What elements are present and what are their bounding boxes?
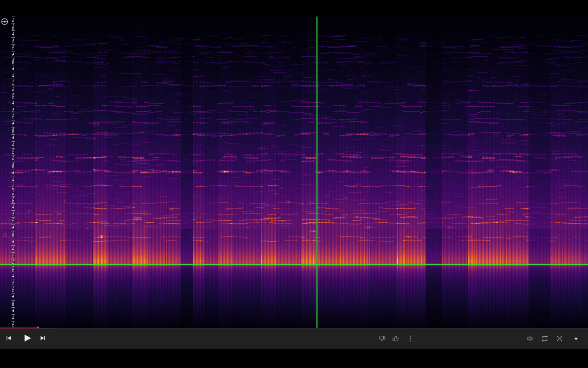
spectrogram-video-surface[interactable] — [0, 17, 588, 328]
collapse-player-button[interactable] — [572, 334, 580, 343]
volume-button[interactable] — [526, 334, 534, 343]
letterbox-top — [0, 0, 588, 17]
app-window: D₉BC₉A₈G₈EF₈D₈BC₈A₇G₇EF₇D₇BC₇A₆G₆EF₆D₆BC… — [0, 0, 588, 368]
previous-track-button[interactable] — [5, 334, 13, 342]
next-track-button[interactable] — [39, 334, 47, 342]
crosshair-horizontal-line — [0, 264, 588, 265]
compass-icon[interactable] — [1, 18, 8, 25]
repeat-button[interactable] — [541, 334, 549, 343]
shuffle-button[interactable] — [555, 334, 564, 343]
play-button[interactable] — [21, 332, 33, 344]
dislike-button[interactable] — [378, 334, 386, 343]
crosshair-vertical-line — [317, 17, 317, 328]
like-button[interactable] — [392, 334, 400, 343]
more-options-button[interactable] — [406, 334, 414, 343]
player-bar: 12:48 / 3:15:03 — [0, 328, 588, 349]
letterbox-bottom — [0, 349, 588, 368]
